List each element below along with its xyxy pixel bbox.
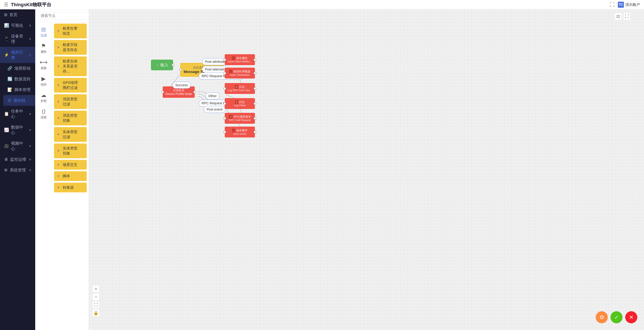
tool-strip: ⊟ 过滤 ⚑ 属性 ⟷ 变换 ▶ 动作 ☁ 外部: [35, 22, 52, 195]
zoom-in-button[interactable]: +: [92, 285, 100, 293]
node-subtitle: Log Other: [234, 104, 246, 107]
node-save-ts[interactable]: ↓ 保存时序数据 Save Timeseries: [225, 68, 255, 79]
list-item[interactable]: ▼实体类型切换 ⋮: [54, 144, 87, 158]
sidebar-item-scene[interactable]: 🔗 场景联动: [3, 63, 35, 74]
sidebar-item-data-center[interactable]: 📈 数据中心 ∨: [0, 122, 35, 138]
tool-external[interactable]: ☁ 外部: [35, 89, 52, 106]
sidebar-item-task[interactable]: 📋 任务中心 ∨: [0, 106, 35, 122]
drag-handle[interactable]: ⋮: [81, 163, 84, 167]
zoom-out-button[interactable]: −: [92, 293, 100, 301]
list-item[interactable]: ▼检查实体关系是否存... ⋮: [54, 56, 87, 76]
confirm-fab-button[interactable]: ✓: [610, 311, 622, 323]
menu-icon[interactable]: ☰: [4, 2, 8, 7]
sidebar-item-dataflow[interactable]: 🔄 数据流转: [3, 74, 35, 84]
node-subtitle: Device Profile Node: [165, 92, 192, 96]
list-item[interactable]: ▼检查字段是否存在 ⋮: [54, 40, 87, 55]
drag-handle[interactable]: ⋮: [81, 116, 84, 120]
tool-action[interactable]: ▶ 动作: [35, 73, 52, 89]
fullscreen-icon[interactable]: ⛶: [610, 2, 614, 7]
port-right[interactable]: [254, 117, 256, 120]
port-right[interactable]: [254, 131, 256, 134]
tool-label: 属性: [40, 50, 46, 54]
node-log-rpc-from-dev[interactable]: ≡ 日志 Log RPC from Dev...: [225, 83, 255, 94]
drag-handle[interactable]: ⋮: [81, 45, 84, 49]
node-title: ↗ RPC调用请求: [229, 115, 251, 119]
port-left[interactable]: [224, 72, 226, 74]
node-rpc-call-req[interactable]: ↗ RPC调用请求 RPC Call Request: [225, 113, 255, 124]
search-input[interactable]: [38, 12, 89, 19]
sidebar-item-visualization[interactable]: 📊 可视化 ∨: [0, 20, 35, 31]
canvas-controls-top: ⊡ ⛶: [614, 13, 630, 20]
list-item[interactable]: ▼转换器 ⋮: [54, 183, 87, 192]
fullscreen-button[interactable]: ⛶: [623, 13, 630, 20]
sidebar-item-rule-chain[interactable]: ⛓ 规则链: [3, 95, 35, 106]
port-right[interactable]: [172, 64, 174, 66]
sidebar-item-rule-engine[interactable]: ⚡ 规则引擎 ∧: [0, 47, 35, 63]
sidebar-item-system[interactable]: ⚙ 系统管理 ∨: [0, 165, 35, 175]
tool-filter[interactable]: ⊟ 过滤: [35, 24, 52, 40]
tool-flow[interactable]: ⟨⟩ 流程: [35, 106, 52, 122]
tool-transform[interactable]: ⟷ 变换: [35, 56, 52, 73]
sidebar-item-script[interactable]: 📝 脚本管理: [3, 84, 35, 95]
lock-button[interactable]: 🔒: [92, 309, 100, 317]
port-left[interactable]: [224, 87, 226, 90]
fit-view-button[interactable]: ⛶: [92, 301, 100, 309]
port-left[interactable]: [224, 102, 226, 105]
task-icon: 📋: [4, 112, 9, 116]
node-list: ▼检查告警状态 ⋮ ▼检查字段是否存在 ⋮ ▼检查实体关系是否存... ⋮ ▼G…: [52, 22, 89, 195]
drag-handle[interactable]: ⋮: [81, 149, 84, 153]
tool-attr[interactable]: ⚑ 属性: [35, 40, 52, 56]
drag-handle[interactable]: ⋮: [81, 185, 84, 189]
list-item[interactable]: ▼场景交互 ⋮: [54, 160, 87, 169]
drag-handle[interactable]: ⋮: [81, 174, 84, 178]
port-right[interactable]: [254, 87, 256, 90]
node-type-icon: ▼: [57, 174, 60, 178]
list-item[interactable]: ▼检查告警状态 ⋮: [54, 24, 87, 38]
topbar: ☰ ThingsKit物联平台 ⛶ TC 演示账户: [0, 0, 644, 9]
sidebar-item-home[interactable]: ⊞ 首页: [0, 9, 35, 20]
list-item[interactable]: ▼GPS地理围栏过滤 ⋮: [54, 78, 87, 93]
port-right[interactable]: [254, 58, 256, 61]
node-subtitle: Save Client Attribu...: [228, 60, 252, 63]
node-label: 输入: [160, 62, 168, 68]
port-left[interactable]: [224, 58, 226, 61]
fit-screen-button[interactable]: ⊡: [614, 13, 622, 20]
flow-icon: ⟨⟩: [42, 108, 46, 115]
drag-handle[interactable]: ⋮: [81, 64, 84, 68]
node-label-success[interactable]: Success: [172, 82, 191, 89]
port-right[interactable]: [254, 102, 256, 105]
node-label-post-event[interactable]: Post event: [204, 106, 226, 113]
drag-handle[interactable]: ⋮: [81, 133, 84, 137]
port-left[interactable]: [179, 68, 182, 71]
list-item[interactable]: ▼消息类型过滤 ⋮: [54, 94, 87, 109]
drag-handle[interactable]: ⋮: [81, 100, 84, 104]
node-title: ↓ 保存属性: [232, 56, 248, 60]
port-left[interactable]: [224, 131, 226, 134]
list-item[interactable]: ▼消息类型切换 ⋮: [54, 111, 87, 125]
list-item[interactable]: ▼实体类型过滤 ⋮: [54, 127, 87, 142]
node-subtitle: Save Timeseries: [230, 73, 250, 77]
port-right[interactable]: [193, 91, 196, 93]
canvas-area[interactable]: ⊡ ⛶: [89, 9, 644, 330]
node-input[interactable]: → 输入: [151, 60, 173, 70]
tool-label: 变换: [40, 66, 46, 70]
user-area[interactable]: TC 演示账户: [618, 2, 640, 8]
settings-fab-button[interactable]: ⚙: [596, 311, 608, 323]
sidebar-item-monitor[interactable]: 🖥 监控运维 ∨: [0, 154, 35, 165]
port-left[interactable]: [224, 117, 226, 120]
sidebar-item-video[interactable]: 🎥 视频中心 ∨: [0, 138, 35, 154]
filter-icon: ⊟: [41, 26, 46, 33]
drag-handle[interactable]: ⋮: [81, 83, 84, 87]
port-right[interactable]: [254, 72, 256, 74]
node-label-other[interactable]: Other: [206, 93, 220, 99]
node-log-other[interactable]: ≡ 日志 Log Other: [225, 98, 255, 109]
list-item[interactable]: ▼脚本 ⋮: [54, 171, 87, 181]
node-save-event[interactable]: ↓ 保存事件 save event: [225, 127, 255, 138]
sidebar-item-device-mgmt[interactable]: 📱 设备管理 ∨: [0, 31, 35, 47]
sidebar-item-label: 数据流转: [14, 76, 31, 82]
node-save-attr[interactable]: ↓ 保存属性 Save Client Attribu...: [225, 54, 255, 65]
drag-handle[interactable]: ⋮: [81, 29, 84, 33]
close-fab-button[interactable]: ✕: [625, 311, 637, 323]
port-left[interactable]: [161, 91, 164, 93]
sidebar-item-label: 系统管理: [10, 167, 27, 173]
